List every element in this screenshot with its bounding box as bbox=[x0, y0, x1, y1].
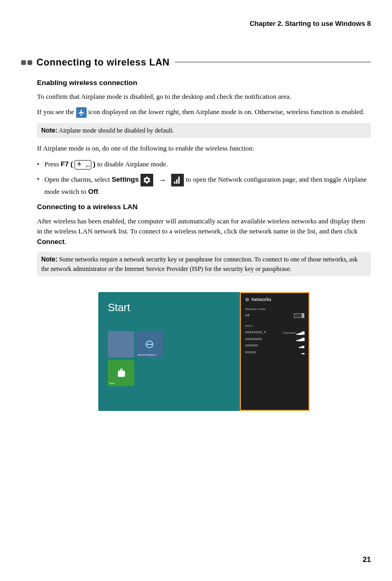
tile-ie: Internet Explorer bbox=[136, 331, 163, 358]
back-arrow-icon: ⊖ bbox=[245, 296, 249, 304]
networks-title: ⊖ Networks bbox=[245, 296, 304, 304]
paragraph-connect: After wireless has been enabled, the com… bbox=[37, 216, 371, 247]
networks-panel: ⊖ Networks Airplane mode Off Wi-Fi XXXXX… bbox=[240, 292, 310, 411]
f7-label: F7 ( bbox=[61, 160, 73, 168]
signal-icon: ▂▄▆ bbox=[296, 336, 304, 342]
start-title: Start bbox=[108, 299, 235, 315]
text: icon displayed on the lower right, then … bbox=[88, 108, 365, 116]
settings-gear-icon bbox=[141, 174, 153, 186]
paragraph-icon-check: If you see the icon displayed on the low… bbox=[37, 107, 371, 118]
signal-bars-icon bbox=[171, 174, 184, 186]
signal-icon: ▂ bbox=[302, 350, 304, 355]
text: Press bbox=[44, 160, 61, 168]
network-row: XXXXXXXX_X Connected ▂▄▆ bbox=[245, 330, 304, 336]
network-row: XXXXXXXX ▂▄▆ bbox=[245, 336, 304, 343]
list-item-charms: Open the charms, select Settings → to op… bbox=[44, 174, 371, 197]
settings-label: Settings bbox=[111, 175, 138, 183]
tile-desktop bbox=[108, 331, 134, 358]
subheading-connecting: Connecting to a wireless LAN bbox=[37, 202, 371, 212]
network-row: XXXXXX ▂▄ bbox=[245, 343, 304, 350]
text: . bbox=[64, 238, 66, 246]
text: After wireless has been enabled, the com… bbox=[37, 217, 365, 236]
note-box-2: Note: Some networks require a network se… bbox=[37, 252, 371, 276]
connect-label: Connect bbox=[37, 238, 64, 246]
net-status: Connected bbox=[283, 331, 295, 334]
heading-divider bbox=[175, 62, 371, 63]
tile-store: Store bbox=[108, 360, 134, 386]
key-label: F7 bbox=[86, 164, 90, 169]
airplane-state: Off bbox=[245, 313, 249, 318]
text: Open the charms, select bbox=[44, 175, 111, 183]
signal-icon: ▂▄ bbox=[299, 343, 304, 349]
airplane-mode-icon bbox=[76, 107, 87, 118]
networks-title-text: Networks bbox=[251, 296, 272, 304]
tile-label: Internet Explorer bbox=[138, 353, 156, 357]
note-text: Some networks require a network security… bbox=[41, 256, 358, 273]
f7-key-icon: F7 bbox=[74, 160, 91, 170]
note-text: Airplane mode should be disabled by defa… bbox=[58, 127, 174, 134]
section-heading-row: Connecting to wireless LAN bbox=[21, 55, 371, 70]
wifi-label: Wi-Fi bbox=[245, 324, 304, 329]
section-heading: Connecting to wireless LAN bbox=[36, 55, 170, 70]
net-name: XXXXXXXX_X bbox=[245, 330, 266, 335]
text: If you see the bbox=[37, 108, 76, 116]
airplane-toggle bbox=[294, 313, 304, 318]
paragraph-confirm: To confirm that Airplane mode is disable… bbox=[37, 91, 371, 102]
note-label: Note: bbox=[41, 127, 58, 134]
tile-label: Store bbox=[109, 381, 115, 386]
subheading-enabling: Enabling wireless connection bbox=[37, 78, 371, 88]
text: . bbox=[98, 188, 99, 195]
net-name: XXXXXX bbox=[245, 343, 258, 348]
note-box-1: Note: Airplane mode should be disabled b… bbox=[37, 123, 371, 138]
page-number: 21 bbox=[362, 554, 371, 565]
network-row: XXXXX ▂ bbox=[245, 349, 304, 356]
signal-icon: ▂▄▆ bbox=[296, 331, 304, 334]
net-name: XXXXX bbox=[245, 350, 256, 355]
note-label: Note: bbox=[41, 256, 58, 263]
text: to disable Airplane mode. bbox=[96, 160, 168, 168]
net-name: XXXXXXXX bbox=[245, 337, 262, 342]
list-item-f7: Press F7 ( F7 ) to disable Airplane mode… bbox=[44, 159, 371, 170]
chapter-header: Chapter 2. Starting to use Windows 8 bbox=[21, 18, 371, 29]
paragraph-if-on: If Airplane mode is on, do one of the fo… bbox=[37, 143, 371, 154]
arrow-icon: → bbox=[158, 174, 166, 186]
off-label: Off bbox=[88, 188, 98, 195]
section-bullet-icon bbox=[21, 60, 32, 65]
windows8-screenshot: Start Internet Explorer Store bbox=[98, 292, 310, 411]
airplane-mode-label: Airplane mode bbox=[245, 307, 304, 312]
